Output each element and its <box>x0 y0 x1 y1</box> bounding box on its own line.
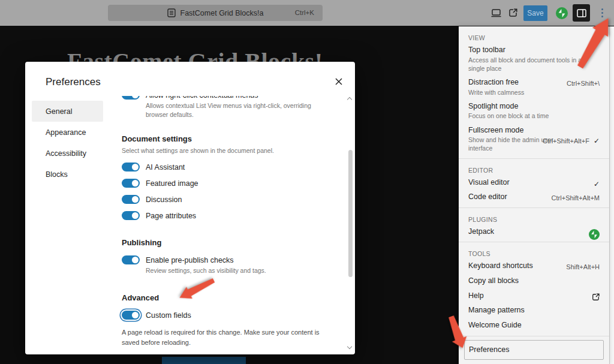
heading-document-settings: Document settings <box>122 134 329 143</box>
tab-general[interactable]: General <box>32 101 103 122</box>
toggle-right-click-menus[interactable] <box>122 96 140 100</box>
command-palette-field[interactable]: FastComet Grid Blocks!a Ctrl+K <box>108 5 323 21</box>
toggle-custom-fields[interactable] <box>122 311 140 320</box>
tab-accessibility[interactable]: Accessibility <box>32 143 103 164</box>
command-shortcut: Ctrl+K <box>295 9 314 16</box>
menu-item-keyboard-shortcuts[interactable]: Keyboard shortcuts Shift+Alt+H <box>459 258 609 273</box>
menu-item-code-editor[interactable]: Code editor Ctrl+Shift+Alt+M <box>459 189 609 204</box>
dimmed-editor-block <box>162 357 246 364</box>
menu-item-welcome-guide[interactable]: Welcome Guide <box>459 318 609 333</box>
menu-item-preferences[interactable]: Preferences <box>464 340 604 360</box>
check-icon: ✓ <box>594 137 600 145</box>
check-icon: ✓ <box>594 180 600 188</box>
editor-top-bar: FastComet Grid Blocks!a Ctrl+K Save <box>0 0 614 26</box>
modal-title: Preferences <box>46 76 101 88</box>
menu-item-manage-patterns[interactable]: Manage patterns <box>459 303 609 318</box>
document-title: FastComet Grid Blocks!a <box>180 9 264 17</box>
editor-canvas-dimmed: FastComet Grid Blocks! <box>0 26 459 62</box>
tab-appearance[interactable]: Appearance <box>32 122 103 143</box>
close-icon[interactable] <box>331 74 347 89</box>
toggle-prepublish-checks[interactable] <box>122 255 140 264</box>
menu-item-visual-editor[interactable]: Visual editor ✓ <box>459 175 609 190</box>
external-link-icon <box>592 293 600 301</box>
modal-scrollbar[interactable] <box>348 150 353 277</box>
preferences-tab-list: General Appearance Accessibility Blocks <box>25 101 112 185</box>
view-post-external-icon[interactable] <box>504 5 521 22</box>
menu-section-plugins: PLUGINS <box>459 211 609 224</box>
preview-icon[interactable] <box>487 5 504 22</box>
save-button[interactable]: Save <box>523 5 547 21</box>
jetpack-icon <box>589 229 600 240</box>
tab-blocks[interactable]: Blocks <box>32 164 103 185</box>
settings-sidebar-toggle[interactable] <box>573 4 590 22</box>
toggle-featured-image[interactable] <box>122 179 140 188</box>
menu-item-spotlight-mode[interactable]: Spotlight mode Focus on one block at a t… <box>459 99 609 123</box>
reload-note: A page reload is required for this chang… <box>122 327 329 348</box>
heading-advanced: Advanced <box>122 293 329 302</box>
preferences-content: Allow right-click contextual menus Allow… <box>112 96 355 354</box>
menu-section-tools: TOOLS <box>459 245 609 258</box>
menu-item-fullscreen-mode[interactable]: Fullscreen mode Show and hide the admin … <box>459 123 609 155</box>
post-title-behind-modal: FastComet Grid Blocks! <box>67 47 323 62</box>
menu-item-jetpack[interactable]: Jetpack <box>459 224 609 239</box>
toggle-page-attributes[interactable] <box>122 211 140 220</box>
toggle-discussion[interactable] <box>122 195 140 204</box>
menu-item-distraction-free[interactable]: Distraction free Write with calmness Ctr… <box>459 75 609 99</box>
menu-divider <box>459 336 609 336</box>
menu-section-editor: EDITOR <box>459 162 609 175</box>
document-icon <box>167 8 176 17</box>
page-scroll-gutter <box>609 26 614 364</box>
heading-publishing: Publishing <box>122 238 329 247</box>
toggle-ai-assistant[interactable] <box>122 163 140 172</box>
jetpack-icon[interactable] <box>556 7 568 19</box>
options-menu: VIEW Top toolbar Access all block and do… <box>459 26 609 364</box>
menu-item-copy-all-blocks[interactable]: Copy all blocks <box>459 273 609 288</box>
preferences-modal: Preferences General Appearance Accessibi… <box>25 62 355 354</box>
menu-item-help[interactable]: Help <box>459 288 609 303</box>
